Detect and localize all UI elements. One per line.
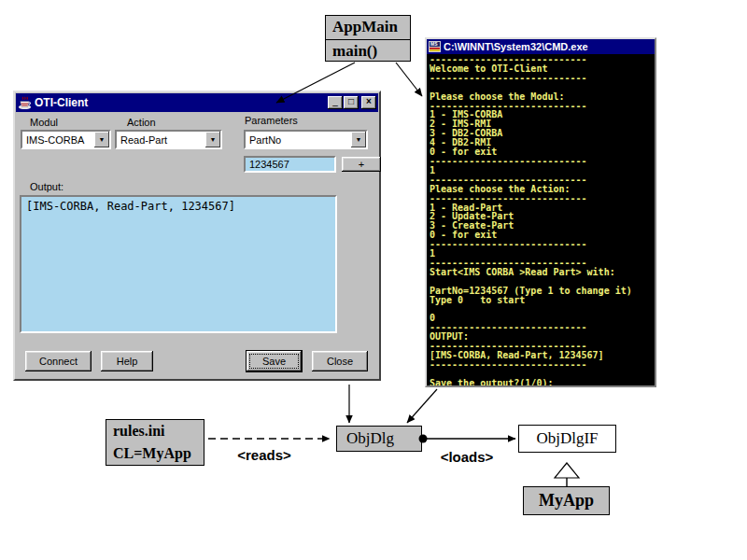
loads-relation-label: <loads> <box>433 449 500 465</box>
chevron-down-icon[interactable]: ▼ <box>205 132 220 147</box>
modul-combobox-value: IMS-CORBA <box>22 134 94 146</box>
arrow-cmd-to-objdlg <box>407 389 437 423</box>
modul-label: Modul <box>30 117 58 128</box>
cmd-window: MS C:\WINNT\System32\CMD.exe -----------… <box>425 37 656 387</box>
objdlg-box: ObjDlg <box>336 426 422 452</box>
modul-combobox[interactable]: IMS-CORBA ▼ <box>21 130 111 149</box>
rules-ini-line2: CL=MyApp <box>106 442 204 465</box>
console-output[interactable]: ---------------------------- Welcome to … <box>427 54 655 385</box>
oti-client-title: OTI-Client <box>35 96 327 109</box>
maximize-button[interactable]: □ <box>344 96 359 109</box>
cmd-title: C:\WINNT\System32\CMD.exe <box>444 41 653 52</box>
help-button[interactable]: Help <box>101 351 153 371</box>
partno-input[interactable]: 1234567 <box>244 156 336 173</box>
appmain-class-name: AppMain <box>326 16 410 39</box>
save-button[interactable]: Save <box>246 350 303 372</box>
diagram-canvas: AppMain main() OTI-Client _ □ × Modul Ac… <box>0 0 747 560</box>
inheritance-triangle-icon <box>555 463 579 478</box>
parameters-label: Parameters <box>245 115 298 126</box>
appmain-class-box: AppMain main() <box>325 15 411 62</box>
rules-ini-box: rules.ini CL=MyApp <box>106 419 204 466</box>
chevron-down-icon[interactable]: ▼ <box>94 132 109 147</box>
svg-text:MS: MS <box>430 41 438 47</box>
close-window-button[interactable]: × <box>361 96 376 109</box>
appmain-method-name: main() <box>326 39 410 63</box>
action-combobox-value: Read-Part <box>117 134 205 146</box>
java-coffee-icon <box>18 96 32 110</box>
action-label: Action <box>127 117 156 128</box>
ms-dos-icon: MS <box>429 41 441 52</box>
action-combobox[interactable]: Read-Part ▼ <box>115 130 222 149</box>
objdlgif-box: ObjDlgIF <box>518 425 616 453</box>
output-textarea[interactable]: [IMS-CORBA, Read-Part, 1234567] <box>20 195 337 333</box>
myapp-box: MyApp <box>523 486 610 515</box>
minimize-button[interactable]: _ <box>328 96 343 109</box>
add-parameter-button[interactable]: + <box>342 157 381 172</box>
connect-button[interactable]: Connect <box>25 351 92 371</box>
chevron-down-icon[interactable]: ▼ <box>351 132 366 147</box>
parameters-combobox[interactable]: PartNo ▼ <box>244 130 368 149</box>
reads-relation-label: <reads> <box>231 447 298 463</box>
parameters-combobox-value: PartNo <box>246 134 351 146</box>
rules-ini-line1: rules.ini <box>106 420 204 442</box>
oti-client-window: OTI-Client _ □ × Modul Action Parameters… <box>13 91 381 381</box>
arrow-appmain-to-cmd <box>396 63 422 96</box>
close-button[interactable]: Close <box>312 351 368 371</box>
output-label: Output: <box>30 181 63 192</box>
cmd-titlebar[interactable]: MS C:\WINNT\System32\CMD.exe <box>427 39 655 54</box>
oti-client-titlebar[interactable]: OTI-Client _ □ × <box>16 93 378 112</box>
